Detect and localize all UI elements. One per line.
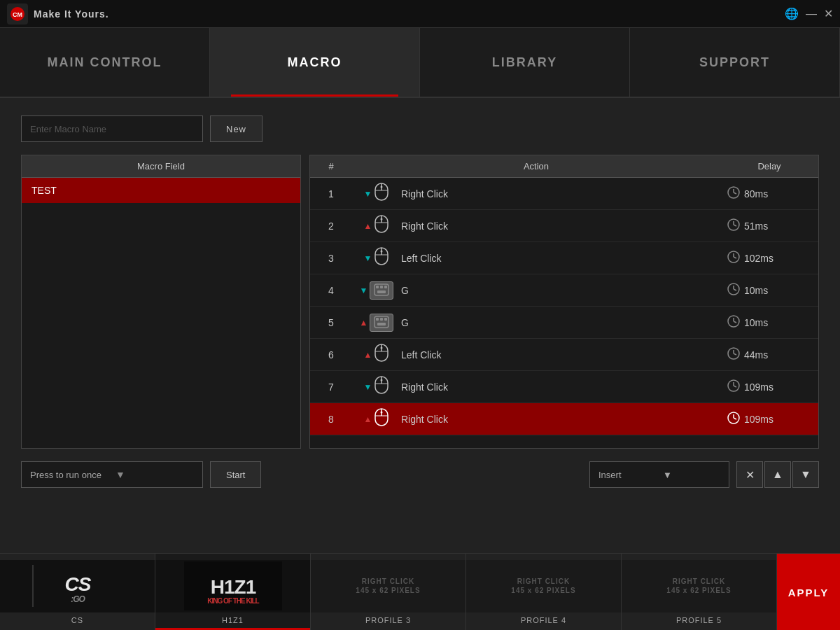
arrow-down-icon: ▼ <box>360 286 368 295</box>
arrow-down-icon: ▼ <box>364 189 372 199</box>
arrow-up-icon: ▲ <box>364 414 372 424</box>
window-controls[interactable]: 🌐 — ✕ <box>785 7 833 20</box>
svg-line-22 <box>734 257 736 258</box>
delay-value: 109ms <box>744 414 774 425</box>
title-bar: CM Make It Yours. 🌐 — ✕ <box>0 0 840 28</box>
delete-button[interactable]: ✕ <box>736 461 763 488</box>
start-button[interactable]: Start <box>210 461 261 488</box>
svg-text::GO: :GO <box>71 594 85 604</box>
panels: Macro Field TEST # Action Delay 1▼ Right… <box>21 155 819 449</box>
profile-item-3[interactable]: RIGHT CLICK 145 x 62 PIXELS PROFILE 3 <box>311 554 466 630</box>
svg-point-56 <box>381 412 383 414</box>
main-content: New Macro Field TEST # Action Delay 1▼ R… <box>0 98 840 553</box>
list-item[interactable]: TEST <box>22 178 300 203</box>
col-action: Action <box>352 155 720 177</box>
tab-library[interactable]: LIBRARY <box>420 28 630 97</box>
action-buttons: ✕ ▲ ▼ <box>736 461 819 488</box>
table-row[interactable]: 2▲ Right Click 51ms <box>310 210 818 242</box>
svg-line-52 <box>734 386 736 387</box>
coolermaster-icon: CM <box>7 4 28 24</box>
table-row[interactable]: 4▼ G 10ms <box>310 274 818 307</box>
delay-value: 109ms <box>744 382 774 393</box>
col-delay: Delay <box>720 155 818 177</box>
new-button[interactable]: New <box>210 115 262 142</box>
action-label: Left Click <box>401 349 720 360</box>
action-number: 4 <box>310 285 352 296</box>
tab-support[interactable]: SUPPORT <box>630 28 840 97</box>
delay-value: 102ms <box>744 253 774 264</box>
tab-main-control[interactable]: MAIN CONTROL <box>0 28 210 97</box>
mouse-icon <box>374 407 389 430</box>
table-row[interactable]: 7▼ Right Click 109ms <box>310 371 818 403</box>
clock-icon <box>727 379 740 395</box>
svg-rect-34 <box>384 318 387 321</box>
profile3-label: PROFILE 3 <box>365 616 411 624</box>
svg-point-12 <box>381 218 383 220</box>
arrow-down-icon: ▼ <box>364 382 372 392</box>
macro-name-input[interactable] <box>21 115 203 142</box>
delay-value: 51ms <box>744 220 768 232</box>
table-row[interactable]: 5▲ G 10ms <box>310 307 818 339</box>
bottom-controls: Press to run once ▼ Start Insert ▼ ✕ ▲ ▼ <box>21 461 819 488</box>
move-up-button[interactable]: ▲ <box>764 461 791 488</box>
action-rows: 1▼ Right Click 80ms2▲ Right Click 51ms3▼ <box>310 178 818 435</box>
clock-icon <box>727 347 740 363</box>
arrow-down-icon: ▼ <box>364 253 372 263</box>
action-label: G <box>401 285 720 296</box>
svg-rect-25 <box>380 286 383 288</box>
action-number: 3 <box>310 253 352 264</box>
mouse-icon <box>374 343 389 366</box>
profile-item-4[interactable]: RIGHT CLICK 145 x 62 PIXELS PROFILE 4 <box>466 554 622 630</box>
action-number: 1 <box>310 188 352 200</box>
arrow-up-icon: ▲ <box>364 350 372 360</box>
profile-item-h1z1[interactable]: H1Z1 KING OF THE KILL H1Z1 <box>155 554 311 630</box>
tab-macro[interactable]: MACRO <box>210 28 420 97</box>
macro-field-panel: Macro Field TEST <box>21 155 301 449</box>
svg-line-8 <box>734 192 736 194</box>
minimize-button[interactable]: — <box>806 8 817 20</box>
svg-point-42 <box>381 347 383 349</box>
svg-rect-24 <box>376 286 379 288</box>
delay-value: 10ms <box>744 317 768 328</box>
app-logo: CM Make It Yours. <box>7 4 109 24</box>
profile3-logo: RIGHT CLICK 145 x 62 PIXELS <box>311 560 465 612</box>
cs-game-logo: CS :GO <box>0 560 155 612</box>
clock-icon <box>727 186 740 202</box>
table-row[interactable]: 3▼ Left Click 102ms <box>310 242 818 274</box>
arrow-up-icon: ▲ <box>364 221 372 231</box>
clock-icon <box>727 251 740 266</box>
macro-name-row: New <box>21 115 819 142</box>
profile-item-cs[interactable]: CS :GO CS <box>0 554 155 630</box>
brand-name: Make It Yours. <box>34 8 109 20</box>
close-button[interactable]: ✕ <box>824 7 833 20</box>
svg-rect-32 <box>376 318 379 321</box>
mouse-icon <box>374 182 389 205</box>
profile5-logo: RIGHT CLICK 145 x 62 PIXELS <box>622 560 776 612</box>
profile-h1z1-label: H1Z1 <box>222 616 244 624</box>
svg-line-15 <box>734 225 736 226</box>
table-row[interactable]: 8▲ Right Click 109ms <box>310 403 818 435</box>
action-table-panel: # Action Delay 1▼ Right Click 80ms2▲ Rig… <box>309 155 819 449</box>
action-number: 7 <box>310 382 352 393</box>
insert-dropdown[interactable]: Insert ▼ <box>589 461 729 488</box>
svg-line-45 <box>734 354 736 355</box>
apply-button[interactable]: APPLY <box>777 554 840 630</box>
profile-item-5[interactable]: RIGHT CLICK 145 x 62 PIXELS PROFILE 5 <box>622 554 777 630</box>
run-mode-dropdown[interactable]: Press to run once ▼ <box>21 461 203 488</box>
macro-list: TEST <box>22 178 300 448</box>
action-label: Left Click <box>401 253 720 264</box>
table-row[interactable]: 1▼ Right Click 80ms <box>310 178 818 210</box>
arrow-up-icon: ▲ <box>360 318 368 328</box>
profile4-logo: RIGHT CLICK 145 x 62 PIXELS <box>466 560 621 612</box>
keyboard-icon <box>370 281 393 300</box>
table-row[interactable]: 6▲ Left Click 44ms <box>310 339 818 371</box>
globe-icon[interactable]: 🌐 <box>785 7 799 20</box>
macro-field-header: Macro Field <box>22 155 300 178</box>
action-label: Right Click <box>401 382 720 393</box>
profile-bar: CS :GO CS H1Z1 KING OF THE KILL H1Z1 RIG… <box>0 553 840 630</box>
delay-value: 10ms <box>744 285 768 296</box>
move-down-button[interactable]: ▼ <box>792 461 819 488</box>
action-table-header: # Action Delay <box>310 155 818 178</box>
delay-value: 80ms <box>744 188 768 200</box>
profile-cs-label: CS <box>71 616 83 624</box>
